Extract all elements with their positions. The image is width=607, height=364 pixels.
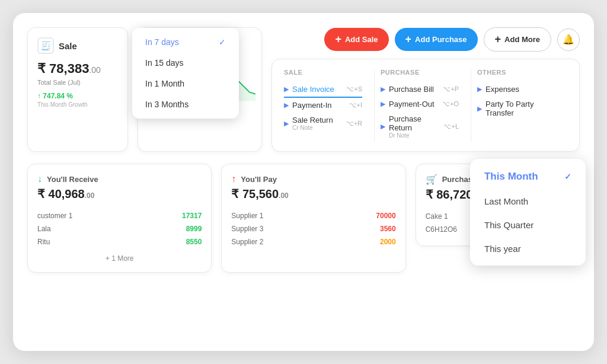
menu-col-others: OTHERS ▶ Expenses ▶ Party To Party Trans… [471, 69, 567, 142]
bottom-section: ↓ You'll Receive ₹ 40,968.00 customer 1 … [27, 164, 580, 273]
arrow-icon: ▶ [284, 120, 289, 127]
receive-card: ↓ You'll Receive ₹ 40,968.00 customer 1 … [27, 164, 212, 273]
dropdown-last-month[interactable]: Last Month [472, 190, 583, 213]
arrow-icon: ▶ [381, 123, 385, 130]
add-purchase-button[interactable]: + Add Purchase [395, 28, 478, 51]
dropdown-this-month[interactable]: This Month ✓ [472, 164, 583, 189]
actions-top: + Add Sale + Add Purchase + Add More 🔔 [271, 27, 580, 52]
menu-payment-in[interactable]: ▶ Payment-In ⌥+I [284, 98, 362, 113]
purchase-icon: 🛒 [426, 174, 437, 185]
menu-sale-return[interactable]: ▶ Sale Return Cr Note ⌥+R [284, 113, 362, 134]
purchase-dropdown: This Month ✓ Last Month This Quarter Thi… [470, 159, 586, 266]
arrow-icon: ▶ [381, 100, 385, 108]
receive-card-header: ↓ You'll Receive [37, 174, 202, 184]
receive-icon: ↓ [37, 174, 42, 184]
menu-purchase-return[interactable]: ▶ Purchase Return Dr Note ⌥+L [381, 111, 459, 142]
purchase-col-title: PURCHASE [381, 69, 459, 76]
purchase-card-wrap: 🛒 Purchase ₹ 86,720.00 Cake 1 C6H12O6 [416, 164, 580, 273]
arrow-icon: ▶ [284, 101, 289, 109]
sale-card-header: 🧾 Sale [37, 37, 118, 54]
dropdown-item-15days[interactable]: In 15 days [135, 53, 237, 73]
check-icon-month: ✓ [564, 172, 571, 181]
menu-payment-out[interactable]: ▶ Payment-Out ⌥+O [381, 97, 459, 111]
sale-card-title: Sale [59, 41, 77, 51]
receive-rows: customer 1 17317 Lala 8999 Ritu 8550 [37, 209, 202, 248]
sale-label: Total Sale (Jul) [37, 79, 118, 86]
actions-panel: + Add Sale + Add Purchase + Add More 🔔 [271, 27, 580, 152]
plus-icon-more: + [495, 33, 501, 46]
plus-icon-purchase: + [405, 33, 412, 46]
pay-rows: Supplier 1 70000 Supplier 3 3560 Supplie… [231, 209, 395, 248]
add-more-button[interactable]: + Add More [484, 27, 551, 52]
menu-party-transfer[interactable]: ▶ Party To Party Transfer [477, 97, 555, 120]
table-row: Ritu 8550 [37, 235, 202, 248]
table-row: Supplier 3 3560 [231, 222, 395, 235]
dropdown-item-3months[interactable]: In 3 Months [135, 94, 237, 114]
sale-return-sub: Cr Note [292, 124, 333, 131]
menu-cols: SALE ▶ Sale Invoice ⌥+S ▶ Payment-In [284, 69, 567, 142]
menu-panel: SALE ▶ Sale Invoice ⌥+S ▶ Payment-In [271, 59, 580, 152]
sale-icon: 🧾 [37, 37, 54, 54]
sale-amount-decimal: .00 [89, 65, 100, 75]
top-section: 🧾 Sale ₹ 78,383.00 Total Sale (Jul) ↑ 74… [27, 27, 580, 152]
purchase-return-sub: Dr Note [389, 132, 443, 139]
chart-dropdown: In 7 days ✓ In 15 days In 1 Month In 3 M… [132, 28, 239, 119]
receive-title: You'll Receive [47, 175, 98, 184]
chart-card: Date : 10/07/2024 Sale: ₹76582 Report: F… [138, 27, 262, 152]
receive-amount: ₹ 40,968.00 [37, 187, 202, 201]
main-container: 🧾 Sale ₹ 78,383.00 Total Sale (Jul) ↑ 74… [13, 13, 594, 351]
others-col-title: OTHERS [477, 69, 555, 76]
menu-expenses[interactable]: ▶ Expenses [477, 82, 555, 97]
menu-col-sale: SALE ▶ Sale Invoice ⌥+S ▶ Payment-In [284, 69, 375, 142]
pay-title: You'll Pay [241, 175, 277, 184]
check-icon: ✓ [219, 37, 226, 47]
dropdown-item-1month[interactable]: In 1 Month [135, 74, 237, 94]
table-row: Lala 8999 [37, 222, 202, 235]
sale-growth-label: This Month Growth [37, 101, 118, 108]
menu-sale-invoice[interactable]: ▶ Sale Invoice ⌥+S [284, 82, 362, 98]
sale-col-title: SALE [284, 69, 362, 76]
sale-amount: ₹ 78,383.00 [37, 61, 118, 76]
table-row: Supplier 2 2000 [231, 235, 395, 248]
dropdown-this-quarter[interactable]: This Quarter [472, 213, 583, 237]
more-link[interactable]: + 1 More [37, 254, 202, 263]
pay-amount: ₹ 75,560.00 [231, 187, 395, 201]
arrow-icon: ▶ [284, 85, 289, 93]
arrow-icon: ▶ [477, 85, 482, 93]
dropdown-item-7days[interactable]: In 7 days ✓ [135, 32, 237, 52]
add-sale-button[interactable]: + Add Sale [324, 28, 388, 51]
pay-card-header: ↑ You'll Pay [231, 174, 395, 184]
table-row: Supplier 1 70000 [231, 209, 395, 222]
sale-card: 🧾 Sale ₹ 78,383.00 Total Sale (Jul) ↑ 74… [27, 27, 128, 152]
sale-growth: ↑ 747.84 % [37, 92, 118, 100]
menu-purchase-bill[interactable]: ▶ Purchase Bill ⌥+P [381, 82, 459, 97]
table-row: customer 1 17317 [37, 209, 202, 222]
dropdown-this-year[interactable]: This year [472, 237, 583, 260]
arrow-icon: ▶ [381, 85, 385, 93]
pay-icon: ↑ [231, 174, 236, 184]
pay-card: ↑ You'll Pay ₹ 75,560.00 Supplier 1 7000… [221, 164, 405, 273]
bell-button[interactable]: 🔔 [557, 28, 580, 51]
sale-amount-value: ₹ 78,383 [37, 61, 89, 76]
arrow-icon: ▶ [477, 105, 482, 113]
menu-col-purchase: PURCHASE ▶ Purchase Bill ⌥+P ▶ Payment [375, 69, 471, 142]
plus-icon-sale: + [335, 33, 341, 46]
